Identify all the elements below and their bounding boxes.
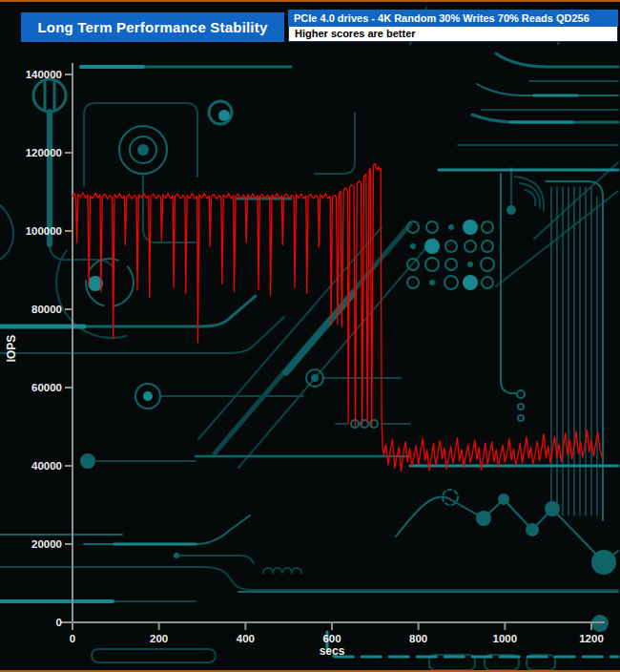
top-border-line [0,0,620,2]
iops-series-line [72,164,602,472]
x-axis-title: secs [320,644,345,658]
x-tick-label: 600 [322,633,341,644]
chart-subtitle-block: PCIe 4.0 drives - 4K Random 30% Writes 7… [288,10,618,42]
y-tick-label: 0 [56,617,62,628]
y-tick-label: 20000 [31,538,62,550]
y-tick-label: 120000 [26,147,62,158]
chart-page: 0200004000060000800001000001200001400000… [0,0,620,672]
x-tick-label: 800 [409,633,427,644]
y-tick-label: 140000 [26,69,62,80]
x-tick-label: 1000 [493,633,518,644]
iops-line-chart: 0200004000060000800001000001200001400000… [0,0,620,672]
y-axis-title: IOPS [5,335,18,363]
chart-title: Long Term Performance Stability [21,12,284,42]
x-tick-label: 200 [150,633,168,644]
chart-subtitle-test-config: PCIe 4.0 drives - 4K Random 30% Writes 7… [288,10,618,27]
x-tick-label: 400 [237,633,255,644]
y-tick-label: 60000 [31,382,62,393]
x-tick-label: 1200 [579,633,604,644]
x-tick-label: 0 [70,633,75,644]
y-tick-label: 40000 [31,460,62,472]
y-tick-label: 80000 [31,304,62,315]
chart-subtitle-note: Higher scores are better [288,27,618,42]
y-tick-label: 100000 [26,225,62,237]
